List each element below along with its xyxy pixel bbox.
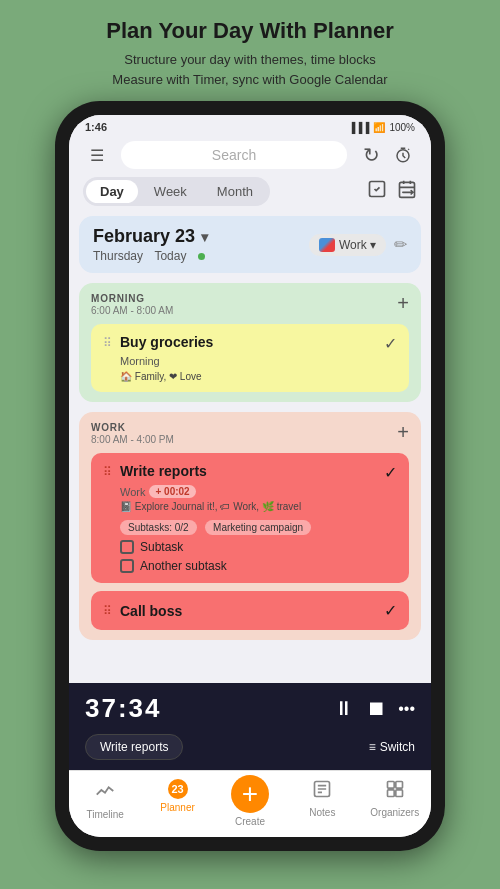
main-scroll-area[interactable]: February 23 ▾ Thursday Today Work ▾ [69, 216, 431, 683]
bottom-nav: Timeline 23 Planner + Create [69, 770, 431, 837]
phone-frame: 1:46 ▐▐▐ 📶 100% ☰ Search ↻ [55, 101, 445, 851]
checklist-icon[interactable] [367, 179, 387, 204]
svg-rect-8 [396, 782, 403, 789]
timeline-label: Timeline [86, 809, 123, 820]
today-indicator [198, 253, 205, 260]
notes-label: Notes [309, 807, 335, 818]
svg-rect-9 [387, 790, 394, 797]
planner-badge: 23 [168, 779, 188, 799]
date-left: February 23 ▾ Thursday Today [93, 226, 208, 263]
work-add-button[interactable]: + [397, 422, 409, 442]
tab-day[interactable]: Day [86, 180, 138, 203]
buy-groceries-card: ⠿ Buy groceries ✓ Morning 🏠 Family, ❤ Lo… [91, 324, 409, 392]
morning-block-header: MORNING 6:00 AM - 8:00 AM + [91, 293, 409, 316]
write-reports-header: Write reports ✓ [120, 463, 397, 482]
create-label: Create [235, 816, 265, 827]
work-badge-icon [319, 238, 335, 252]
app-header: Plan Your Day With Planner Structure you… [86, 0, 414, 101]
call-boss-title: Call boss [120, 603, 182, 619]
app-title: Plan Your Day With Planner [106, 18, 394, 44]
create-plus-icon: + [242, 780, 258, 808]
switch-icon: ≡ [369, 740, 376, 754]
task-subtitle: Morning [120, 355, 397, 367]
call-boss-card: ⠿ Call boss ✓ [91, 591, 409, 630]
task-drag-handle: ⠿ [103, 336, 112, 350]
app-subtitle: Structure your day with themes, time blo… [106, 50, 394, 89]
marketing-badge: Marketing campaign [205, 520, 311, 535]
tab-action-icons [367, 179, 417, 204]
tab-week[interactable]: Week [140, 180, 201, 203]
timer-more-button[interactable]: ••• [398, 700, 415, 718]
timer-stop-button[interactable]: ⏹ [366, 697, 386, 720]
search-bar[interactable]: Search [121, 141, 347, 169]
morning-block: MORNING 6:00 AM - 8:00 AM + ⠿ Buy grocer… [79, 283, 421, 402]
refresh-icon[interactable]: ↻ [357, 141, 385, 169]
create-button[interactable]: + [231, 775, 269, 813]
call-drag-handle: ⠿ [103, 604, 112, 618]
calendar-sync-icon[interactable] [397, 179, 417, 204]
subtask-tags-row: Subtasks: 0/2 Marketing campaign [120, 517, 397, 535]
morning-block-label: MORNING [91, 293, 173, 304]
svg-rect-10 [396, 790, 403, 797]
subtask-1-checkbox[interactable] [120, 540, 134, 554]
date-chevron-icon[interactable]: ▾ [201, 229, 208, 245]
work-theme-badge[interactable]: Work ▾ [309, 234, 386, 256]
status-bar: 1:46 ▐▐▐ 📶 100% [69, 115, 431, 137]
tab-month[interactable]: Month [203, 180, 267, 203]
status-time: 1:46 [85, 121, 107, 133]
write-reports-subtitle: Work [120, 486, 145, 498]
status-right: ▐▐▐ 📶 100% [348, 122, 415, 133]
date-edit-icon[interactable]: ✏ [394, 235, 407, 254]
subtask-1-row: Subtask [120, 540, 397, 554]
tabs-group: Day Week Month [83, 177, 270, 206]
nav-item-notes[interactable]: Notes [295, 779, 350, 827]
planner-label: Planner [160, 802, 194, 813]
wifi-icon: 📶 [373, 122, 385, 133]
work-block-header: WORK 8:00 AM - 4:00 PM + [91, 422, 409, 445]
nav-item-planner[interactable]: 23 Planner [150, 779, 205, 827]
subtasks-badge: Subtasks: 0/2 [120, 520, 197, 535]
notes-icon [312, 779, 332, 804]
switch-label: Switch [380, 740, 415, 754]
signal-icon: ▐▐▐ [348, 122, 369, 133]
subtask-2-checkbox[interactable] [120, 559, 134, 573]
timer-task-label[interactable]: Write reports [85, 734, 183, 760]
date-title: February 23 ▾ [93, 226, 208, 247]
morning-add-button[interactable]: + [397, 293, 409, 313]
menu-icon[interactable]: ☰ [83, 141, 111, 169]
write-reports-meta: Work + 00:02 [120, 484, 397, 498]
subtask-2-label: Another subtask [140, 559, 227, 573]
date-header-card: February 23 ▾ Thursday Today Work ▾ [79, 216, 421, 273]
subtask-1-label: Subtask [140, 540, 183, 554]
write-reports-tags: 📓 Explore Journal it!, 🏷 Work, 🌿 travel [120, 501, 397, 512]
task-header-row: Buy groceries ✓ [120, 334, 397, 353]
switch-button[interactable]: ≡ Switch [369, 740, 415, 754]
date-subtitle: Thursday Today [93, 249, 208, 263]
nav-item-organizers[interactable]: Organizers [367, 779, 422, 827]
timer-icon[interactable] [389, 141, 417, 169]
work-block-label: WORK [91, 422, 174, 433]
svg-rect-7 [387, 782, 394, 789]
view-tabs-row: Day Week Month [69, 177, 431, 216]
nav-item-create[interactable]: + Create [222, 779, 277, 827]
timer-pause-button[interactable]: ⏸ [334, 697, 354, 720]
timer-display: 37:34 [85, 693, 162, 724]
organizers-icon [385, 779, 405, 804]
morning-block-time: 6:00 AM - 8:00 AM [91, 305, 173, 316]
write-reports-card: ⠿ Write reports ✓ Work + 00:02 � [91, 453, 409, 583]
work-block-info: WORK 8:00 AM - 4:00 PM [91, 422, 174, 445]
work-block: WORK 8:00 AM - 4:00 PM + ⠿ Write reports… [79, 412, 421, 640]
task-check-icon[interactable]: ✓ [384, 334, 397, 353]
top-nav: ☰ Search ↻ [69, 137, 431, 177]
work-badge-label: Work ▾ [339, 238, 376, 252]
write-reports-check[interactable]: ✓ [384, 463, 397, 482]
nav-item-timeline[interactable]: Timeline [78, 779, 133, 827]
task-title: Buy groceries [120, 334, 213, 350]
battery-text: 100% [389, 122, 415, 133]
call-boss-check[interactable]: ✓ [384, 601, 397, 620]
task-drag-handle-2: ⠿ [103, 465, 112, 479]
phone-screen: 1:46 ▐▐▐ 📶 100% ☰ Search ↻ [69, 115, 431, 837]
subtask-2-row: Another subtask [120, 559, 397, 573]
timer-controls: ⏸ ⏹ ••• [334, 697, 415, 720]
timer-label-row: Write reports ≡ Switch [69, 734, 431, 770]
